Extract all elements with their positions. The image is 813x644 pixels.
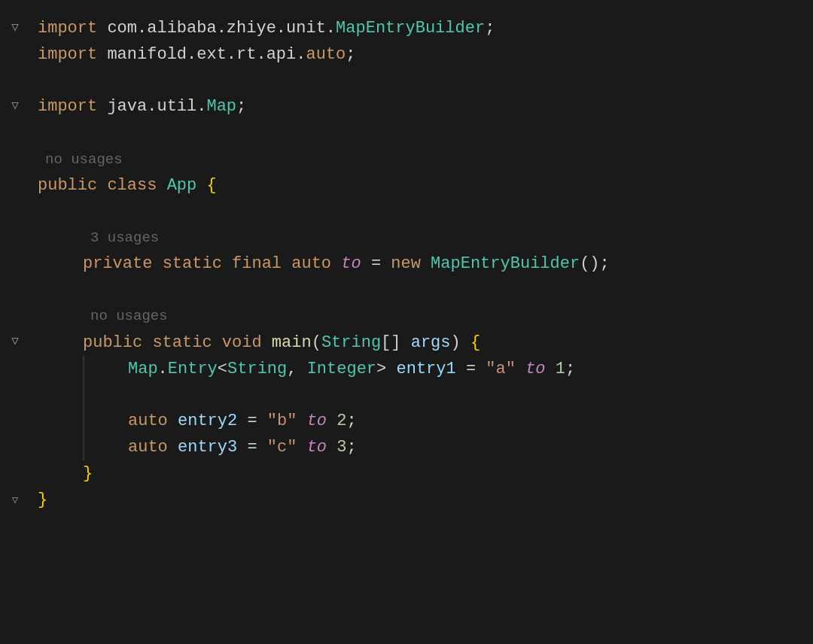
token-new: new xyxy=(391,254,431,273)
token-import: import xyxy=(38,19,107,38)
code-line-11: ▽ } xyxy=(0,487,813,513)
usage-text-3: no usages xyxy=(83,308,168,324)
token-path: com.alibaba.zhiye.unit. xyxy=(107,19,336,38)
token-brace-open2: { xyxy=(470,333,480,352)
token-entry1: entry1 xyxy=(386,360,466,378)
usage-content-2: 3 usages xyxy=(30,224,798,251)
token-void: void xyxy=(222,333,272,352)
token-parens: (); xyxy=(580,254,610,273)
fold-gutter-1[interactable]: ▽ xyxy=(0,19,30,38)
token-classname: MapEntryBuilder xyxy=(336,19,485,38)
token-semi3: ; xyxy=(236,97,246,116)
token-import3: import xyxy=(38,97,107,116)
fold-icon-6[interactable]: ▽ xyxy=(11,333,19,352)
token-static: static xyxy=(163,254,232,273)
fold-gutter-6[interactable]: ▽ xyxy=(0,333,30,352)
line-content-5: private static final auto to = new MapEn… xyxy=(30,251,798,277)
fold-icon-1[interactable]: ▽ xyxy=(11,19,19,38)
token-num-1: 1 xyxy=(546,360,565,378)
usage-hint-2: 3 usages xyxy=(0,224,813,251)
usage-text-1: no usages xyxy=(38,151,123,168)
token-class: class xyxy=(107,176,166,195)
token-arr-bracket: [] xyxy=(381,333,400,352)
line-content-2: import manifold.ext.rt.api.auto; xyxy=(30,41,798,68)
token-import2: import xyxy=(38,45,107,64)
empty-line-2 xyxy=(0,120,813,146)
token-integer-cls: Integer xyxy=(307,360,376,378)
line-content-1: import com.alibaba.zhiye.unit.MapEntryBu… xyxy=(30,15,798,41)
token-brace-close1: } xyxy=(83,464,93,483)
token-rparen: ) xyxy=(451,333,470,352)
line-content-3: import java.util.Map; xyxy=(30,93,798,120)
code-line-10: } xyxy=(0,460,813,487)
token-string-type: String xyxy=(321,333,381,352)
token-public: public xyxy=(38,176,107,195)
token-brace-close2: } xyxy=(38,491,47,509)
token-eq-1: = xyxy=(361,254,391,273)
usage-hint-1: no usages xyxy=(0,146,813,172)
token-entry-cls: Entry xyxy=(168,360,218,378)
token-brace-open: { xyxy=(206,176,216,195)
usage-content-3: no usages xyxy=(30,302,798,329)
code-line-5: private static final auto to = new MapEn… xyxy=(0,251,813,277)
token-path3: java.util. xyxy=(107,97,206,116)
token-auto-import: auto xyxy=(306,45,346,64)
empty-line-3 xyxy=(0,199,813,224)
token-to-4: to xyxy=(307,438,327,457)
token-eq2: = xyxy=(466,360,486,378)
token-semi5: ; xyxy=(346,412,356,430)
code-line-9: auto entry3 = "c" to 3; xyxy=(0,434,813,460)
token-string-cls: String xyxy=(227,360,287,378)
token-semi6: ; xyxy=(346,438,356,457)
indent-bar-3 xyxy=(83,408,84,434)
token-semi4: ; xyxy=(565,360,575,378)
code-line-6: ▽ public static void main(String[] args)… xyxy=(0,330,813,356)
line-content-9: auto entry3 = "c" to 3; xyxy=(30,434,798,460)
token-auto2: auto xyxy=(128,412,178,430)
indent-bar-2 xyxy=(83,382,84,408)
token-eq4: = xyxy=(247,438,266,457)
usage-hint-3: no usages xyxy=(0,302,813,329)
code-line-2: import manifold.ext.rt.api.auto; xyxy=(0,41,813,68)
line-content-7: Map.Entry<String, Integer> entry1 = "a" … xyxy=(30,356,798,382)
indent-bar-1 xyxy=(83,356,84,382)
token-main: main xyxy=(272,333,312,352)
code-line-7: Map.Entry<String, Integer> entry1 = "a" … xyxy=(0,356,813,382)
token-str-b: "b" xyxy=(267,412,307,430)
usage-content-1: no usages xyxy=(30,146,798,172)
token-to-1: to xyxy=(341,254,361,273)
token-public2: public xyxy=(83,333,152,352)
token-num-3: 3 xyxy=(327,438,346,457)
fold-icon-11[interactable]: ▽ xyxy=(12,492,18,509)
line-content-4: public class App { xyxy=(30,172,798,199)
line-content-8: auto entry2 = "b" to 2; xyxy=(30,408,798,434)
token-entry3: entry3 xyxy=(178,438,247,457)
token-final: final xyxy=(232,254,291,273)
empty-line-5 xyxy=(0,382,813,408)
token-str-a: "a" xyxy=(486,360,525,378)
token-map-cls: Map xyxy=(128,360,158,378)
token-app: App xyxy=(167,176,207,195)
token-path2: manifold.ext.rt.api. xyxy=(107,45,306,64)
token-semi2: ; xyxy=(346,45,355,64)
token-lt: < xyxy=(218,360,227,378)
fold-gutter-11[interactable]: ▽ xyxy=(0,492,30,509)
token-to-2: to xyxy=(525,360,545,378)
fold-gutter-3[interactable]: ▽ xyxy=(0,97,30,117)
code-line-3: ▽ import java.util.Map; xyxy=(0,93,813,120)
fold-icon-3[interactable]: ▽ xyxy=(11,97,19,117)
usage-text-2: 3 usages xyxy=(83,229,159,246)
token-semi: ; xyxy=(485,19,495,38)
token-str-c: "c" xyxy=(267,438,307,457)
token-static2: static xyxy=(152,333,221,352)
line-content-11: } xyxy=(30,487,798,513)
token-private: private xyxy=(83,254,163,273)
token-num-2: 2 xyxy=(327,412,346,430)
code-line-1: ▽ import com.alibaba.zhiye.unit.MapEntry… xyxy=(0,15,813,41)
line-content-10: } xyxy=(30,460,798,487)
token-map: Map xyxy=(206,97,236,116)
token-dot: . xyxy=(158,360,168,378)
token-auto: auto xyxy=(291,254,341,273)
code-line-8: auto entry2 = "b" to 2; xyxy=(0,408,813,434)
code-line-4: public class App { xyxy=(0,172,813,199)
